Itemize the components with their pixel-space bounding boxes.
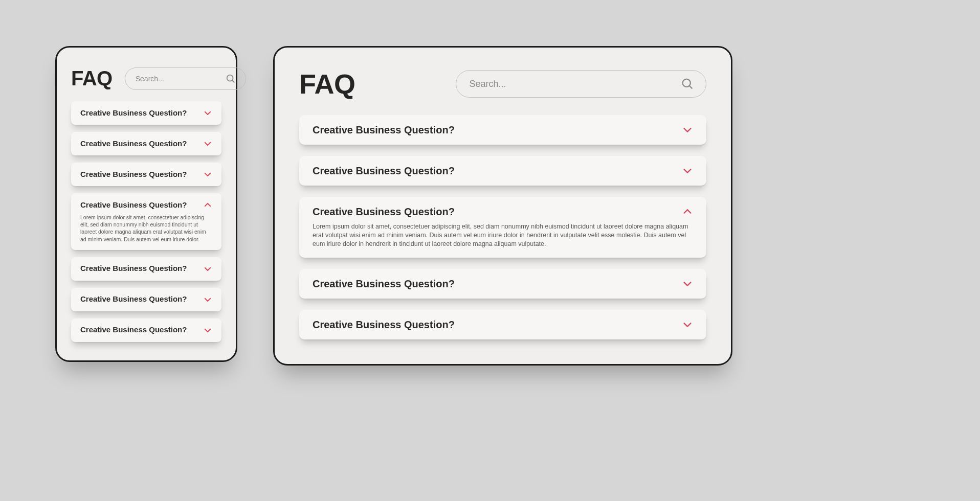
faq-question: Creative Business Question? xyxy=(80,201,187,210)
faq-item[interactable]: Creative Business Question?Lorem ipsum d… xyxy=(299,197,706,258)
faq-item[interactable]: Creative Business Question? xyxy=(299,310,706,339)
search-input[interactable] xyxy=(470,79,680,89)
faq-header: FAQ xyxy=(299,68,706,100)
faq-item-header[interactable]: Creative Business Question? xyxy=(80,200,212,210)
svg-line-1 xyxy=(232,80,234,82)
faq-item-header[interactable]: Creative Business Question? xyxy=(313,319,693,330)
faq-item-header[interactable]: Creative Business Question? xyxy=(80,295,212,304)
faq-item-header[interactable]: Creative Business Question? xyxy=(313,124,693,135)
search-field[interactable] xyxy=(456,70,706,98)
faq-answer: Lorem ipsum dolor sit amet, consectetuer… xyxy=(80,214,212,243)
search-field[interactable] xyxy=(125,67,246,90)
faq-question: Creative Business Question? xyxy=(80,326,187,334)
chevron-down-icon xyxy=(203,295,212,304)
faq-panel-mobile: FAQ Creative Business Question?Creative … xyxy=(55,46,237,362)
faq-heading: FAQ xyxy=(299,68,355,100)
faq-header: FAQ xyxy=(71,67,221,90)
faq-item[interactable]: Creative Business Question? xyxy=(299,269,706,299)
faq-question: Creative Business Question? xyxy=(80,264,187,273)
chevron-down-icon xyxy=(203,108,212,118)
faq-item-header[interactable]: Creative Business Question? xyxy=(80,108,212,118)
chevron-down-icon xyxy=(682,278,693,289)
faq-panel-desktop: FAQ Creative Business Question?Creative … xyxy=(273,46,732,366)
faq-item-header[interactable]: Creative Business Question? xyxy=(80,264,212,274)
faq-item-header[interactable]: Creative Business Question? xyxy=(313,165,693,176)
svg-line-3 xyxy=(689,86,693,89)
svg-point-0 xyxy=(227,75,233,81)
faq-item-header[interactable]: Creative Business Question? xyxy=(80,326,212,335)
chevron-up-icon xyxy=(682,206,693,217)
chevron-down-icon xyxy=(682,124,693,135)
faq-answer: Lorem ipsum dolor sit amet, consectetuer… xyxy=(313,222,693,248)
chevron-down-icon xyxy=(203,326,212,335)
faq-item[interactable]: Creative Business Question? xyxy=(299,115,706,145)
search-icon[interactable] xyxy=(225,73,236,84)
faq-list: Creative Business Question?Creative Busi… xyxy=(71,101,221,342)
faq-question: Creative Business Question? xyxy=(313,206,455,217)
search-input[interactable] xyxy=(136,75,225,83)
faq-question: Creative Business Question? xyxy=(80,140,187,148)
faq-list: Creative Business Question?Creative Busi… xyxy=(299,115,706,339)
faq-heading: FAQ xyxy=(71,67,113,90)
faq-item[interactable]: Creative Business Question? xyxy=(71,132,221,155)
svg-point-2 xyxy=(683,79,691,87)
faq-item[interactable]: Creative Business Question? xyxy=(71,257,221,281)
chevron-down-icon xyxy=(203,264,212,274)
faq-item[interactable]: Creative Business Question? xyxy=(71,318,221,342)
faq-item-header[interactable]: Creative Business Question? xyxy=(80,139,212,148)
faq-item[interactable]: Creative Business Question? xyxy=(299,156,706,186)
chevron-down-icon xyxy=(203,139,212,148)
faq-item[interactable]: Creative Business Question? xyxy=(71,101,221,125)
faq-question: Creative Business Question? xyxy=(80,109,187,118)
faq-question: Creative Business Question? xyxy=(80,170,187,179)
faq-item[interactable]: Creative Business Question?Lorem ipsum d… xyxy=(71,193,221,250)
faq-item-header[interactable]: Creative Business Question? xyxy=(313,206,693,217)
faq-question: Creative Business Question? xyxy=(313,124,455,135)
chevron-down-icon xyxy=(682,319,693,330)
chevron-up-icon xyxy=(203,200,212,210)
faq-item-header[interactable]: Creative Business Question? xyxy=(80,170,212,179)
faq-item-header[interactable]: Creative Business Question? xyxy=(313,278,693,289)
chevron-down-icon xyxy=(203,170,212,179)
faq-question: Creative Business Question? xyxy=(80,295,187,304)
faq-question: Creative Business Question? xyxy=(313,165,455,176)
search-icon[interactable] xyxy=(680,77,695,91)
chevron-down-icon xyxy=(682,165,693,176)
faq-item[interactable]: Creative Business Question? xyxy=(71,288,221,311)
faq-question: Creative Business Question? xyxy=(313,319,455,330)
faq-item[interactable]: Creative Business Question? xyxy=(71,163,221,186)
faq-question: Creative Business Question? xyxy=(313,278,455,289)
